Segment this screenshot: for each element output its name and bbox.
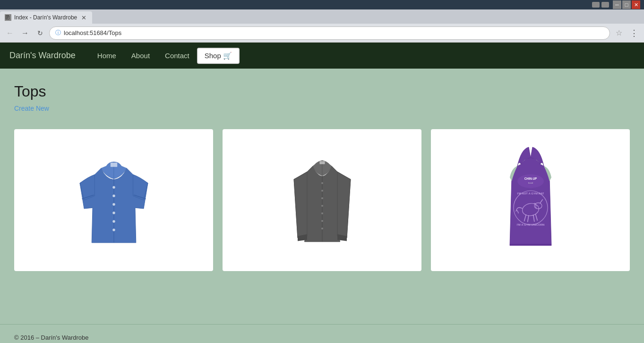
minimize-button[interactable]: ─ xyxy=(613,0,621,9)
products-grid: CHIN-UP brand xyxy=(14,129,630,271)
tab-title: Index - Darín's Wardrobe xyxy=(14,14,77,21)
system-bar: ─ □ ✕ xyxy=(0,0,644,9)
wifi-icon xyxy=(592,2,600,8)
nav-about[interactable]: About xyxy=(124,48,157,63)
refresh-button[interactable]: ↻ xyxy=(34,27,46,39)
browser-toolbar: ← → ↻ ⓘ localhost:51684/Tops ☆ ⋮ xyxy=(0,24,644,43)
tab-bar: 🖹 Index - Darín's Wardrobe ✕ xyxy=(0,9,644,24)
copyright-text: © 2016 – Darín's Wardrobe xyxy=(14,334,89,341)
svg-text:CHIN-UP: CHIN-UP xyxy=(524,177,537,180)
svg-point-14 xyxy=(321,205,323,207)
product-card-2[interactable] xyxy=(223,129,421,271)
close-button[interactable]: ✕ xyxy=(632,0,640,9)
footer: © 2016 – Darín's Wardrobe xyxy=(0,324,644,343)
svg-point-4 xyxy=(112,211,115,214)
tab-close-button[interactable]: ✕ xyxy=(80,14,87,21)
product-image-2 xyxy=(284,141,360,259)
url-display: localhost:51684/Tops xyxy=(64,29,121,36)
svg-point-15 xyxy=(321,212,323,214)
svg-point-2 xyxy=(112,194,115,197)
back-button[interactable]: ← xyxy=(4,27,16,39)
nav-home[interactable]: Home xyxy=(90,48,124,63)
forward-button[interactable]: → xyxy=(19,27,31,39)
svg-point-12 xyxy=(321,190,323,192)
product-card-1[interactable] xyxy=(14,129,213,271)
bookmark-button[interactable]: ☆ xyxy=(613,27,625,39)
product-card-3[interactable]: CHIN-UP brand xyxy=(431,129,630,271)
active-tab[interactable]: 🖹 Index - Darín's Wardrobe ✕ xyxy=(0,11,92,24)
menu-button[interactable]: ⋮ xyxy=(628,27,640,39)
svg-point-13 xyxy=(321,197,323,199)
svg-rect-9 xyxy=(110,163,117,167)
create-new-link[interactable]: Create New xyxy=(14,105,49,112)
maximize-button[interactable]: □ xyxy=(622,0,631,9)
lock-icon: ⓘ xyxy=(55,29,61,37)
nav-contact[interactable]: Contact xyxy=(157,48,197,63)
shop-button[interactable]: Shop 🛒 xyxy=(197,48,240,64)
tab-favicon: 🖹 xyxy=(5,14,11,21)
product-image-3: CHIN-UP brand xyxy=(493,139,568,262)
main-content: Tops Create New xyxy=(0,69,644,324)
navbar-brand[interactable]: Darín's Wardrobe xyxy=(9,51,76,61)
navbar-nav: Home About Contact Shop 🛒 xyxy=(90,48,240,64)
navbar: Darín's Wardrobe Home About Contact Shop… xyxy=(0,43,644,69)
page-title: Tops xyxy=(14,83,630,100)
svg-text:I'M NOT A GYM RAT: I'M NOT A GYM RAT xyxy=(517,192,544,195)
address-bar[interactable]: ⓘ localhost:51684/Tops xyxy=(49,26,610,40)
svg-text:brand: brand xyxy=(528,182,532,184)
svg-point-11 xyxy=(321,182,323,184)
svg-point-5 xyxy=(112,220,115,222)
svg-point-19 xyxy=(517,175,544,188)
svg-point-6 xyxy=(112,229,115,231)
battery-icon xyxy=(601,2,609,8)
svg-point-17 xyxy=(321,228,323,229)
svg-point-16 xyxy=(321,220,323,222)
product-image-1 xyxy=(71,143,156,257)
svg-point-1 xyxy=(112,186,115,188)
window-controls: ─ □ ✕ xyxy=(613,0,640,9)
svg-point-3 xyxy=(112,203,115,205)
svg-rect-18 xyxy=(319,161,325,164)
svg-text:I'M A GYM UNICORN: I'M A GYM UNICORN xyxy=(516,223,544,226)
